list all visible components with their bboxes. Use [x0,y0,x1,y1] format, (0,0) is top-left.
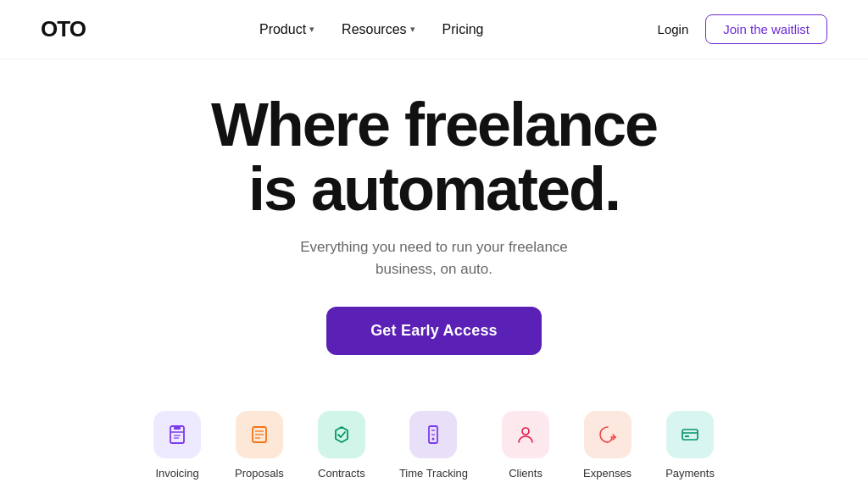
waitlist-button[interactable]: Join the waitlist [705,14,827,44]
clients-label: Clients [509,467,542,480]
svg-rect-13 [682,430,698,440]
invoice-icon [153,411,201,458]
nav-links: Product ▾ Resources ▾ Pricing [259,22,484,37]
feature-payments[interactable]: Payments [665,411,715,480]
expenses-icon [584,411,632,458]
clients-icon [502,411,549,458]
feature-contracts[interactable]: Contracts [318,411,365,480]
contracts-label: Contracts [318,467,365,480]
feature-proposals[interactable]: Proposals [235,411,284,480]
svg-rect-15 [685,435,689,437]
feature-clients[interactable]: Clients [502,411,549,480]
nav-product[interactable]: Product ▾ [259,22,314,37]
hero-subtitle: Everything you need to run your freelanc… [300,236,568,280]
nav-resources[interactable]: Resources ▾ [342,22,415,37]
feature-time-tracking[interactable]: Time Tracking [399,411,468,480]
contract-icon [318,411,365,458]
navbar: OTO Product ▾ Resources ▾ Pricing Login … [0,0,868,59]
login-link[interactable]: Login [658,22,689,36]
time-tracking-icon [409,411,457,458]
svg-rect-2 [174,427,181,430]
hero-title: Where freelance is automated. [211,93,657,221]
time-tracking-label: Time Tracking [399,467,468,480]
proposals-label: Proposals [235,467,284,480]
feature-invoicing[interactable]: Invoicing [153,411,201,480]
svg-point-12 [432,438,435,441]
invoicing-label: Invoicing [155,467,198,480]
payments-icon [666,411,714,458]
logo[interactable]: OTO [41,16,86,42]
feature-expenses[interactable]: Expenses [583,411,632,480]
features-row: Invoicing Proposals Contracts [0,380,868,480]
cta-button[interactable]: Get Early Access [326,307,542,355]
nav-right: Login Join the waitlist [658,14,827,44]
proposal-icon [236,411,283,458]
expenses-label: Expenses [583,467,632,480]
chevron-down-icon: ▾ [309,24,314,35]
payments-label: Payments [665,467,715,480]
chevron-down-icon: ▾ [410,24,415,35]
nav-pricing[interactable]: Pricing [442,22,484,37]
hero-section: Where freelance is automated. Everything… [0,59,868,372]
